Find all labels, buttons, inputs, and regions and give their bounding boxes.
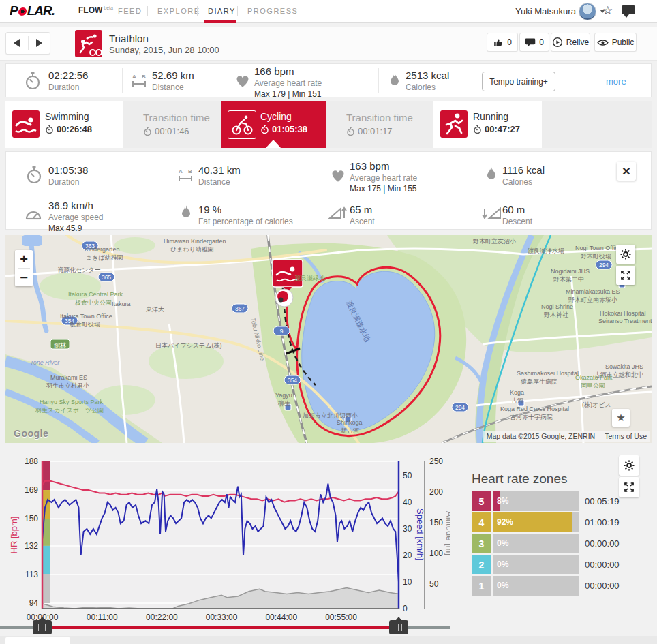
stopwatch-icon xyxy=(25,166,43,187)
summary-calories: 2513 kcal Calories xyxy=(406,70,449,92)
chart-settings-button[interactable] xyxy=(619,455,639,476)
selected-segment-notch xyxy=(266,140,281,148)
time-slider-selected-range[interactable] xyxy=(42,626,399,629)
map-label: 渡良瀬浄水場 xyxy=(528,247,564,254)
summary-bar: 02:22:56 Duration AB 52.69 km Distance 1… xyxy=(5,63,652,97)
arrow-right-icon xyxy=(36,39,42,47)
zone-time: 00:00:00 xyxy=(585,581,620,591)
map-label: 羽生市立村君小 xyxy=(46,382,89,389)
nav-separator xyxy=(147,6,148,16)
favorite-star-icon[interactable]: ☆ xyxy=(602,3,613,18)
nav-separator xyxy=(237,6,238,16)
altitude-tick-label: 50 xyxy=(429,579,439,589)
map-settings-button[interactable] xyxy=(616,245,635,264)
top-nav: PLAR. FLOWbeta FEED EXPLORE DIARY PROGRE… xyxy=(0,0,657,23)
chart-plot-area xyxy=(42,461,399,609)
zoom-in-button[interactable]: + xyxy=(15,250,33,268)
svg-text:館林: 館林 xyxy=(54,342,66,349)
more-link[interactable]: more xyxy=(606,76,626,87)
stopwatch-icon xyxy=(143,127,152,136)
slider-handle-left[interactable] xyxy=(33,620,52,634)
map-label: 野木町立友沼小 xyxy=(473,238,516,245)
segment-swimming[interactable]: Swimming 00:26:48 xyxy=(5,101,123,148)
svg-text:A: A xyxy=(179,168,183,174)
cycling-detail-panel: 01:05:38Duration AB 40.31 kmDistance 163… xyxy=(5,151,652,230)
comment-button[interactable]: 0 xyxy=(519,33,549,52)
hr-tick-label: 169 xyxy=(25,485,38,495)
road-shield: 365 xyxy=(98,273,114,281)
bottom-strip xyxy=(0,636,657,644)
map-label: 日本パイプシステム(株) xyxy=(155,342,221,349)
nav-item-explore[interactable]: EXPLORE xyxy=(157,7,200,15)
summary-duration: 02:22:56 Duration xyxy=(48,70,88,92)
distance-icon: AB xyxy=(177,167,194,186)
thumbs-up-icon xyxy=(493,37,504,48)
heart-icon xyxy=(329,167,347,186)
map-label: 古河市立総和北中 xyxy=(594,371,643,378)
zone-row: 20%00:00:00 xyxy=(472,555,649,574)
zone-time: 00:05:19 xyxy=(585,496,620,506)
segment-running[interactable]: Running 00:47:27 xyxy=(433,101,542,148)
segment-cycling[interactable]: Cycling 01:05:38 xyxy=(221,101,326,148)
divider xyxy=(122,68,123,93)
fat-flame-icon xyxy=(178,204,194,224)
svg-text:367: 367 xyxy=(235,305,245,312)
map-label: 東洋大 xyxy=(146,306,164,313)
map-label: 加須市立北川辺西小 xyxy=(303,412,358,419)
altitude-tick-label: 200 xyxy=(429,487,443,497)
map-label: 野木町立南赤塚小 xyxy=(568,296,617,303)
map-label: 柳生 xyxy=(277,400,290,407)
zone-bar: 0% xyxy=(493,555,579,574)
map-label: Itakura Town Office xyxy=(60,313,112,320)
slider-handle-right[interactable] xyxy=(389,620,408,634)
relive-button[interactable]: Relive xyxy=(551,33,590,52)
map-zoom-control: + − xyxy=(15,250,33,286)
zone-percentage: 92% xyxy=(497,517,513,527)
training-target-button[interactable]: Tempo training+ xyxy=(482,72,555,91)
segment-transition-2[interactable]: Transition time 00:01:17 xyxy=(326,101,433,148)
map-favorite-button[interactable]: ★ xyxy=(612,409,630,427)
segment-name: Transition time xyxy=(346,112,413,123)
road-shield: 354 xyxy=(284,375,301,384)
expand-icon xyxy=(620,270,631,281)
like-button[interactable]: 0 xyxy=(487,33,518,52)
nav-item-feed[interactable]: FEED xyxy=(118,7,142,15)
detail-ascent: 65 mAscent xyxy=(350,204,375,226)
nav-item-diary[interactable]: DIARY xyxy=(208,7,236,15)
prev-activity-button[interactable] xyxy=(6,33,27,54)
svg-text:354: 354 xyxy=(288,377,297,384)
grip-icon xyxy=(395,624,403,631)
x-tick-label: 00:44:00 xyxy=(265,613,297,622)
summary-distance: 52.69 km Distance xyxy=(152,70,194,92)
map-fullscreen-button[interactable] xyxy=(616,266,635,285)
swimmer-icon xyxy=(12,110,40,138)
road-shield: 294 xyxy=(452,403,468,412)
visibility-button[interactable]: Public xyxy=(594,33,637,52)
route-map[interactable]: 3633653543679354294294館林Kindergartenまきば幼… xyxy=(5,235,652,443)
polar-logo[interactable]: PLAR. xyxy=(10,3,55,18)
map-label: 新古河 xyxy=(341,427,359,434)
map-canvas: 3633653543679354294294館林Kindergartenまきば幼… xyxy=(5,235,652,443)
user-menu[interactable]: Yuki Matsukura xyxy=(515,6,576,16)
terms-of-use-link[interactable]: Terms of Use xyxy=(605,432,647,440)
avatar[interactable] xyxy=(579,3,596,20)
nav-item-progress[interactable]: PROGRESS xyxy=(247,7,298,15)
play-circle-icon xyxy=(552,37,563,48)
speed-axis-title: Speed [km/h] xyxy=(415,508,425,561)
zone-band xyxy=(42,461,50,490)
close-button[interactable]: ✕ xyxy=(617,162,636,181)
segment-transition-1[interactable]: Transition time 00:01:46 xyxy=(123,101,221,148)
segment-time: 00:01:17 xyxy=(346,126,393,136)
ascent-icon xyxy=(328,205,347,223)
stopwatch-icon xyxy=(45,125,54,134)
map-label: Sashimakosei Hospital xyxy=(517,370,579,377)
feedback-chat-icon[interactable] xyxy=(622,5,635,14)
map-label: Nogi Shrine xyxy=(541,303,573,310)
next-activity-button[interactable] xyxy=(29,33,50,54)
speed-tick-label: 0 xyxy=(403,604,408,613)
map-label: Seiranso Treatment xyxy=(598,318,652,324)
zoom-out-button[interactable]: − xyxy=(15,269,33,286)
comment-bubble-icon xyxy=(525,37,536,47)
grip-icon xyxy=(38,624,46,631)
zone-bar: 0% xyxy=(493,576,579,596)
